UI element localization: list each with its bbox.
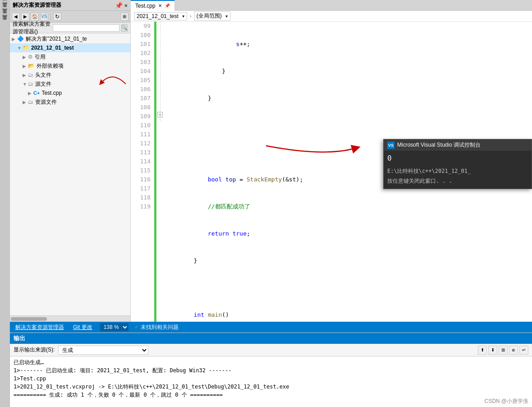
code-line-102 — [165, 121, 530, 130]
ln-114: 114 — [133, 157, 151, 166]
sidebar-item-solution[interactable]: ▶ 🔷 解决方案"2021_12_01_te — [10, 34, 130, 43]
solution-explorer: 解决方案资源管理器 📌 ✕ ◀ ▶ 🏠 VS ↻ ⊞ — [10, 0, 131, 322]
tab-pin[interactable]: 📌 — [165, 3, 170, 8]
breadcrumb-scope[interactable]: (全局范围) ▼ — [194, 11, 230, 21]
sidebar-search-input[interactable] — [53, 24, 119, 32]
vs-icon-btn[interactable]: VS — [40, 13, 48, 21]
debug-console-body: 0 E:\比特科技\c++\2021_12_01_ 按任意键关闭此窗口. . . — [384, 151, 532, 189]
output-next-btn[interactable]: ⬇ — [488, 346, 497, 355]
project-icon: 📁 — [23, 45, 29, 51]
status-bar: 解决方案资源管理器 Git 更改 138 % 100 % 75 % ✓ 未找到相… — [10, 322, 532, 333]
nav-back-btn[interactable]: ◀ — [12, 13, 20, 21]
vertical-tab-4[interactable]: 工具箱 — [0, 21, 9, 26]
expand-src[interactable]: ▼ — [23, 82, 28, 87]
debug-console-title: Microsoft Visual Studio 调试控制台 — [397, 141, 481, 149]
sidebar-title: 解决方案资源管理器 — [13, 1, 61, 9]
debug-console-header: VS Microsoft Visual Studio 调试控制台 — [384, 139, 532, 151]
zoom-select[interactable]: 138 % 100 % 75 % — [100, 323, 129, 332]
output-header: 输出 — [10, 333, 532, 344]
ln-103: 103 — [133, 58, 151, 67]
code-line-106: return true; — [165, 229, 530, 238]
code-editor[interactable]: 99 100 101 102 103 104 105 106 107 108 1… — [131, 22, 532, 322]
output-wrap-btn[interactable]: ↵ — [519, 346, 528, 355]
home-btn[interactable]: 🏠 — [31, 13, 39, 21]
expand-solution[interactable]: ▶ — [12, 37, 17, 42]
sidebar-item-headers[interactable]: ▶ 🗂 头文件 — [10, 70, 130, 79]
hdr-label: 头文件 — [35, 71, 51, 79]
expand-res[interactable]: ▶ — [23, 100, 28, 105]
line-numbers: 99 100 101 102 103 104 105 106 107 108 1… — [131, 22, 154, 322]
close-icon[interactable]: ✕ — [124, 2, 128, 9]
sidebar-tree: ▶ 🔷 解决方案"2021_12_01_te ▼ 📁 2021_12_01_te… — [10, 33, 130, 315]
ln-119: 119 — [133, 202, 151, 211]
sidebar-item-project[interactable]: ▼ 📁 2021_12_01_test — [10, 43, 130, 52]
ln-108: 108 — [133, 103, 151, 112]
show-all-btn[interactable]: ⊞ — [120, 13, 128, 21]
expand-ext[interactable]: ▶ — [23, 64, 28, 69]
tab-label: Test.cpp — [135, 3, 156, 9]
project-label: 2021_12_01_test — [31, 45, 74, 51]
sidebar-item-sources[interactable]: ▼ 🗂 源文件 — [10, 79, 130, 88]
debug-icon: VS — [387, 142, 394, 149]
editor-tabs: Test.cpp ✕ 📌 — [131, 0, 532, 11]
breadcrumb-project[interactable]: 2021_12_01_test ▼ — [134, 12, 187, 20]
fold-line — [160, 22, 161, 121]
sidebar-search: 搜索解决方案资源管理器() 🔍 — [10, 23, 130, 33]
expand-testcpp[interactable]: ▶ — [28, 91, 33, 96]
code-line-105: //都匹配成功了 — [165, 202, 530, 211]
res-label: 资源文件 — [35, 98, 57, 106]
output-toolbar-buttons: ⬆ ⬇ ⊞ ⊗ ↵ — [478, 346, 528, 355]
src-label: 源文件 — [35, 80, 51, 88]
status-solution-explorer[interactable]: 解决方案资源管理器 — [14, 324, 66, 331]
sidebar-scrollbar[interactable] — [10, 315, 130, 322]
editor-area: Test.cpp ✕ 📌 2021_12_01_test ▼ › (全局范围) — [131, 0, 532, 322]
ln-118: 118 — [133, 193, 151, 202]
output-clear-btn[interactable]: ⊗ — [509, 346, 518, 355]
expand-hdr[interactable]: ▶ — [23, 73, 28, 78]
ln-104: 104 — [133, 67, 151, 76]
vertical-tabs: 资源管理 工具箱 工具箱 工具箱 — [0, 0, 10, 407]
output-panel: 输出 显示输出来源(S): 生成 ⬆ ⬇ ⊞ ⊗ ↵ 已启动生成… 1>----… — [10, 333, 532, 407]
output-split-btn[interactable]: ⊞ — [499, 346, 508, 355]
pin-icon[interactable]: 📌 — [115, 2, 123, 9]
expand-refs[interactable]: ▶ — [23, 55, 28, 60]
ln-116: 116 — [133, 175, 151, 184]
zoom-control[interactable]: 138 % 100 % 75 % — [100, 323, 129, 332]
output-toolbar: 显示输出来源(S): 生成 ⬆ ⬇ ⊞ ⊗ ↵ — [10, 344, 532, 356]
output-source-select[interactable]: 生成 — [58, 346, 148, 355]
status-git[interactable]: Git 更改 — [71, 324, 94, 331]
src-icon: 🗂 — [28, 81, 33, 87]
vertical-tab-2[interactable]: 工具箱 — [0, 8, 9, 14]
ln-109: 109 — [133, 112, 151, 121]
output-line-1: 已启动生成… — [14, 358, 528, 366]
red-arrow-sidebar — [99, 79, 130, 106]
solution-icon: 🔷 — [17, 36, 24, 42]
sidebar-item-external[interactable]: ▶ 📂 外部依赖项 — [10, 61, 130, 70]
output-line-4: 1>2021_12_01_test.vcxproj -> E:\比特科技\c++… — [14, 383, 528, 391]
refs-label: 引用 — [35, 53, 46, 61]
tab-close[interactable]: ✕ — [158, 3, 162, 8]
ext-icon: 📂 — [28, 63, 35, 69]
refresh-btn[interactable]: ↻ — [53, 13, 61, 21]
ln-106: 106 — [133, 85, 151, 94]
refs-icon: ⚙ — [28, 54, 33, 60]
output-source-label: 显示输出来源(S): — [14, 346, 55, 354]
ln-99: 99 — [133, 22, 151, 31]
code-line-107: } — [165, 256, 530, 265]
debug-output-number: 0 — [387, 153, 528, 163]
solution-label: 解决方案"2021_12_01_te — [26, 35, 87, 43]
breadcrumb-separator: › — [190, 13, 192, 19]
nav-forward-btn[interactable]: ▶ — [21, 13, 29, 21]
editor-tab-testcpp[interactable]: Test.cpp ✕ 📌 — [131, 0, 175, 11]
vertical-tab-3[interactable]: 工具箱 — [0, 14, 9, 20]
code-line-99: s++; — [165, 40, 530, 49]
expand-project[interactable]: ▼ — [17, 46, 23, 51]
search-btn[interactable]: 🔍 — [121, 24, 128, 32]
sidebar-header: 解决方案资源管理器 📌 ✕ — [10, 0, 130, 11]
ln-111: 111 — [133, 130, 151, 139]
vertical-tab-1[interactable]: 资源管理 — [0, 2, 9, 7]
sidebar-item-references[interactable]: ▶ ⚙ 引用 — [10, 52, 130, 61]
res-icon: 🗂 — [28, 99, 33, 105]
ln-113: 113 — [133, 148, 151, 157]
output-prev-btn[interactable]: ⬆ — [478, 346, 487, 355]
